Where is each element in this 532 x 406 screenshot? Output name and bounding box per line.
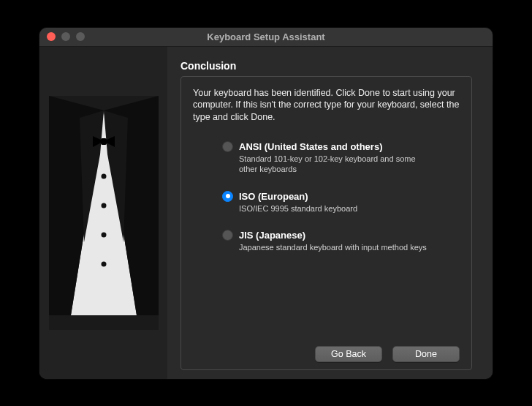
sidebar-artwork <box>39 47 167 379</box>
go-back-button[interactable]: Go Back <box>315 346 382 362</box>
option-iso[interactable]: ISO (European) ISO/IEC 9995 standard key… <box>222 191 460 214</box>
option-jis[interactable]: JIS (Japanese) Japanese standard keyboar… <box>222 230 460 252</box>
keyboard-type-options: ANSI (United States and others) Standard… <box>193 141 460 252</box>
traffic-lights <box>39 32 85 41</box>
option-desc: Japanese standard keyboard with input me… <box>222 242 427 252</box>
svg-rect-10 <box>101 138 107 145</box>
option-desc: ISO/IEC 9995 standard keyboard <box>222 203 427 214</box>
content-pane: Conclusion Your keyboard has been identi… <box>167 47 493 379</box>
window-body: Conclusion Your keyboard has been identi… <box>39 47 493 379</box>
svg-point-11 <box>101 173 106 178</box>
svg-point-14 <box>101 261 106 266</box>
page-heading: Conclusion <box>180 60 472 72</box>
assistant-window: Keyboard Setup Assistant <box>39 28 493 379</box>
radio-ansi[interactable] <box>222 141 233 152</box>
option-desc: Standard 101-key or 102-key keyboard and… <box>222 154 427 175</box>
radio-jis[interactable] <box>222 230 233 241</box>
done-button[interactable]: Done <box>392 346 460 362</box>
svg-point-13 <box>101 232 106 237</box>
option-label: ISO (European) <box>239 191 308 202</box>
svg-point-12 <box>101 203 106 208</box>
conclusion-panel: Your keyboard has been identified. Click… <box>180 76 472 370</box>
window-title: Keyboard Setup Assistant <box>39 31 493 42</box>
option-ansi[interactable]: ANSI (United States and others) Standard… <box>222 141 460 175</box>
option-label: JIS (Japanese) <box>239 230 305 241</box>
minimize-icon <box>61 32 70 41</box>
intro-text: Your keyboard has been identified. Click… <box>193 87 460 124</box>
close-icon[interactable] <box>47 32 56 41</box>
titlebar: Keyboard Setup Assistant <box>39 28 493 47</box>
footer-buttons: Go Back Done <box>193 339 460 362</box>
radio-iso[interactable] <box>222 191 233 202</box>
maximize-icon <box>76 32 85 41</box>
option-label: ANSI (United States and others) <box>239 141 382 152</box>
tuxedo-icon <box>49 96 159 330</box>
